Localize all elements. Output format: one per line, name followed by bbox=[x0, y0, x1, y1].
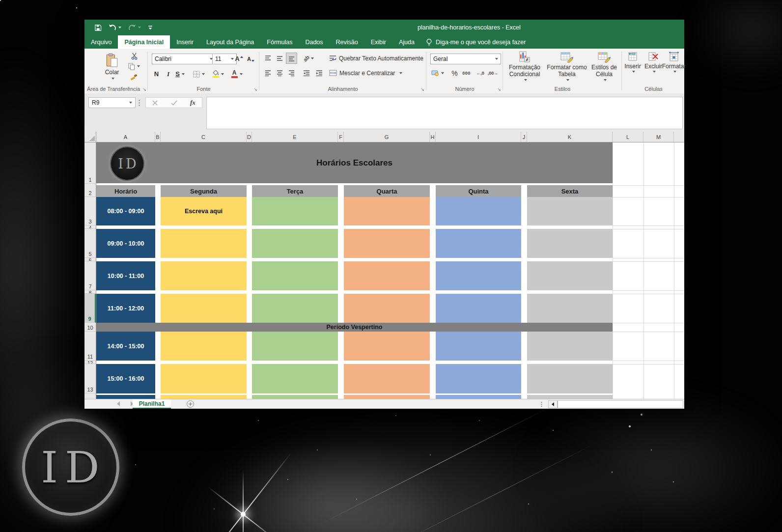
select-all-corner[interactable] bbox=[84, 132, 96, 142]
time-cell[interactable]: 08:00 - 09:00 bbox=[96, 197, 155, 225]
insert-cells-button[interactable]: Inserir bbox=[623, 49, 642, 73]
font-dialog-launcher[interactable]: ↘ bbox=[253, 87, 257, 92]
paste-button[interactable]: Colar bbox=[99, 50, 125, 80]
title-banner-cell[interactable]: ID Horários Escolares bbox=[96, 142, 613, 183]
row-header[interactable]: 6 bbox=[84, 258, 96, 261]
percent-style-icon[interactable]: % bbox=[449, 67, 460, 79]
column-header[interactable]: G bbox=[344, 132, 430, 142]
new-sheet-icon[interactable] bbox=[187, 400, 194, 408]
column-header[interactable]: K bbox=[527, 132, 613, 142]
wednesday-cell[interactable] bbox=[344, 261, 430, 290]
row-header[interactable]: 12 bbox=[84, 361, 96, 364]
header-sexta[interactable]: Sexta bbox=[527, 185, 613, 197]
underline-button[interactable]: S bbox=[174, 68, 186, 80]
bold-button[interactable]: N bbox=[151, 68, 162, 80]
time-cell-clipped[interactable] bbox=[96, 395, 155, 399]
monday-cell[interactable]: Escreva aqui bbox=[161, 197, 247, 225]
orientation-button[interactable]: ab bbox=[301, 53, 316, 64]
column-header[interactable]: A bbox=[96, 132, 155, 142]
tab-inserir[interactable]: Inserir bbox=[170, 35, 200, 49]
row-header-selected[interactable]: 9 bbox=[84, 294, 96, 323]
monday-cell[interactable] bbox=[161, 364, 247, 393]
italic-button[interactable]: I bbox=[163, 68, 174, 80]
header-horario[interactable]: Horário bbox=[96, 185, 155, 197]
thursday-cell[interactable] bbox=[436, 229, 521, 258]
number-dialog-launcher[interactable]: ↘ bbox=[497, 87, 501, 92]
row-header[interactable]: 3 bbox=[84, 197, 96, 225]
tuesday-cell[interactable] bbox=[252, 229, 338, 258]
insert-function-icon[interactable]: fx bbox=[190, 99, 196, 107]
scroll-left-icon[interactable] bbox=[549, 401, 558, 408]
merge-center-button[interactable]: Mesclar e Centralizar bbox=[329, 67, 402, 79]
font-color-button[interactable]: A bbox=[228, 68, 245, 80]
number-format-combo[interactable]: Geral bbox=[430, 54, 501, 64]
previous-sheet-icon[interactable] bbox=[117, 401, 120, 406]
tuesday-cell[interactable] bbox=[252, 332, 338, 361]
time-cell[interactable]: 14:00 - 15:00 bbox=[96, 332, 155, 361]
tab-ajuda[interactable]: Ajuda bbox=[392, 35, 421, 49]
sheet-tab-planilha1[interactable]: Planilha1 bbox=[133, 399, 171, 409]
column-header[interactable]: C bbox=[161, 132, 247, 142]
tuesday-cell[interactable] bbox=[252, 364, 338, 393]
cell-styles-button[interactable]: Estilos de Célula bbox=[588, 49, 620, 81]
decrease-indent-icon[interactable] bbox=[301, 67, 312, 79]
delete-cells-button[interactable]: Excluir bbox=[643, 49, 663, 73]
format-cells-button[interactable]: Formatar bbox=[664, 49, 684, 73]
tab-formulas[interactable]: Fórmulas bbox=[260, 35, 299, 49]
copy-icon[interactable] bbox=[127, 62, 141, 71]
header-quarta[interactable]: Quarta bbox=[344, 185, 430, 197]
time-cell[interactable]: 11:00 - 12:00 bbox=[96, 294, 155, 323]
align-center-icon[interactable] bbox=[274, 67, 285, 79]
row-header[interactable]: 5 bbox=[84, 229, 96, 258]
friday-cell[interactable] bbox=[527, 332, 613, 361]
time-cell[interactable]: 09:00 - 10:00 bbox=[96, 229, 155, 258]
comma-style-icon[interactable]: 000 bbox=[461, 67, 472, 79]
column-header[interactable]: F bbox=[338, 132, 344, 142]
enter-icon[interactable] bbox=[171, 100, 177, 106]
tuesday-cell[interactable] bbox=[252, 294, 338, 323]
friday-cell-clipped[interactable] bbox=[527, 395, 613, 399]
header-quinta[interactable]: Quinta bbox=[436, 185, 521, 197]
tab-revisao[interactable]: Revisão bbox=[330, 35, 364, 49]
formula-input[interactable] bbox=[206, 97, 683, 129]
scrollbar-thumb[interactable] bbox=[558, 401, 683, 408]
tuesday-cell[interactable] bbox=[252, 197, 338, 225]
column-header[interactable]: J bbox=[521, 132, 527, 142]
grow-font-button[interactable]: A bbox=[233, 53, 245, 64]
row-header[interactable]: 10 bbox=[84, 323, 96, 332]
align-middle-icon[interactable] bbox=[274, 53, 285, 64]
wrap-text-button[interactable]: Quebrar Texto Automaticamente bbox=[329, 53, 423, 64]
tuesday-cell-clipped[interactable] bbox=[252, 395, 338, 399]
row-header[interactable]: 7 bbox=[84, 261, 96, 290]
decrease-decimal-icon[interactable]: ,00→ bbox=[487, 67, 499, 79]
wednesday-cell[interactable] bbox=[344, 229, 430, 258]
friday-cell[interactable] bbox=[527, 364, 613, 393]
tab-arquivo[interactable]: Arquivo bbox=[84, 35, 118, 49]
row-header[interactable]: 4 bbox=[84, 225, 96, 229]
monday-cell-clipped[interactable] bbox=[161, 395, 247, 399]
cancel-icon[interactable] bbox=[152, 100, 158, 106]
thursday-cell[interactable] bbox=[436, 364, 521, 393]
undo-button[interactable] bbox=[109, 24, 121, 31]
wednesday-cell[interactable] bbox=[344, 332, 430, 361]
monday-cell[interactable] bbox=[161, 261, 247, 290]
align-left-icon[interactable] bbox=[262, 67, 274, 79]
format-as-table-button[interactable]: Formatar como Tabela bbox=[546, 49, 587, 81]
borders-button[interactable] bbox=[191, 68, 207, 80]
time-cell[interactable]: 10:00 - 11:00 bbox=[96, 261, 155, 290]
friday-cell[interactable] bbox=[527, 197, 613, 225]
wednesday-cell[interactable] bbox=[344, 197, 430, 225]
row-header[interactable]: 13 bbox=[84, 364, 96, 393]
name-box[interactable]: R9 bbox=[88, 97, 136, 108]
font-name-combo[interactable]: Calibri bbox=[152, 54, 216, 64]
align-bottom-icon[interactable] bbox=[286, 53, 297, 64]
alignment-dialog-launcher[interactable]: ↘ bbox=[420, 87, 424, 92]
align-top-icon[interactable] bbox=[262, 53, 274, 64]
column-header[interactable]: I bbox=[436, 132, 521, 142]
fill-color-button[interactable] bbox=[210, 68, 226, 80]
tab-exibir[interactable]: Exibir bbox=[364, 35, 392, 49]
time-cell[interactable]: 15:00 - 16:00 bbox=[96, 364, 155, 393]
redo-button[interactable] bbox=[128, 24, 141, 31]
column-header[interactable]: L bbox=[613, 132, 643, 142]
column-header[interactable]: B bbox=[155, 132, 161, 142]
